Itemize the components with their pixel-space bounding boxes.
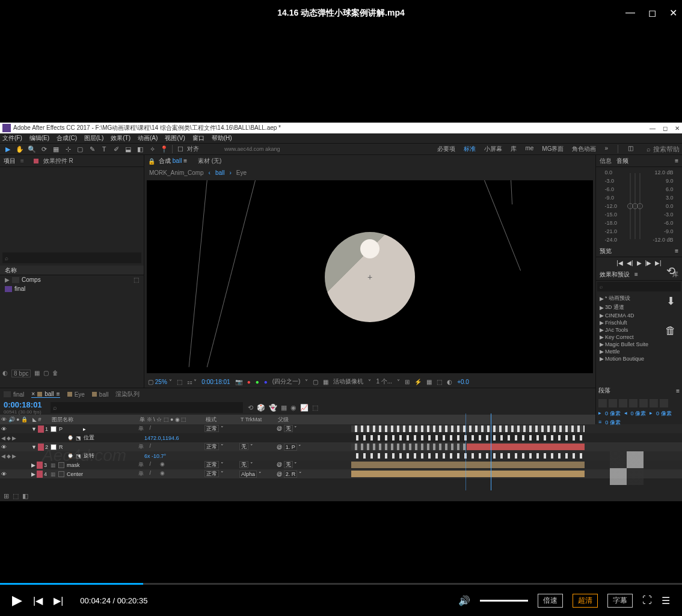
tl-tab-final[interactable]: final (4, 391, 24, 398)
exposure-value[interactable]: +0.0 (457, 379, 469, 385)
maximize-icon[interactable]: ◻ (648, 7, 656, 19)
effect-category[interactable]: ▶ Mettle (597, 348, 681, 355)
bpc-btn[interactable]: 8 bpc (11, 370, 31, 377)
panel-menu-icon[interactable]: ≡ (675, 157, 678, 164)
stopwatch-icon[interactable]: ⌚ (67, 435, 73, 441)
panel-menu-icon[interactable]: ≡ (675, 248, 678, 254)
info-tab[interactable]: 信息 (600, 157, 612, 165)
new-comp-icon[interactable]: ▢ (43, 370, 49, 377)
project-item-final[interactable]: final (0, 284, 144, 293)
fullscreen-icon[interactable]: ⛶ (642, 595, 652, 606)
transfer-controls-icon[interactable]: ⬚ (13, 492, 19, 500)
effect-category[interactable]: ▶ Magic Bullet Suite (597, 341, 681, 348)
menu-window[interactable]: 窗口 (192, 134, 204, 142)
add-key-icon[interactable]: ◆ (7, 453, 11, 459)
close-icon[interactable]: ✕ (669, 7, 677, 19)
grid-icon[interactable]: ⚏ ˅ (187, 379, 197, 385)
layer-bar[interactable] (467, 444, 585, 450)
ws-me[interactable]: me (525, 145, 533, 153)
delete-icon[interactable]: 🗑 (665, 325, 676, 337)
ws-small[interactable]: 小屏幕 (484, 145, 502, 153)
prev-key-icon[interactable]: ◀ (1, 453, 5, 459)
menu-layer[interactable]: 图层(L) (84, 134, 103, 142)
align-center-icon[interactable] (609, 399, 617, 407)
mode-dropdown[interactable]: 正常 (204, 425, 219, 432)
ws-essentials[interactable]: 必要项 (437, 145, 455, 153)
shape-tool-icon[interactable]: ▢ (75, 144, 85, 154)
mode-dropdown[interactable]: 正常 (204, 470, 219, 477)
parent-dropdown[interactable]: 1. P (284, 444, 297, 451)
expand-icon[interactable]: ▼ (31, 426, 37, 432)
mode-dropdown[interactable]: 正常 (204, 443, 219, 450)
ae-minimize-icon[interactable]: — (650, 125, 656, 132)
graph-editor-icon[interactable]: 📈 (300, 404, 309, 412)
ws-standard[interactable]: 标准 (464, 145, 476, 153)
menu-help[interactable]: 帮助(H) (212, 134, 232, 142)
play-button[interactable]: ▶ (12, 593, 22, 608)
page-icon[interactable]: ⬚ (177, 379, 182, 385)
menu-file[interactable]: 文件(F) (2, 134, 22, 142)
keyframe-track[interactable] (351, 453, 585, 459)
align-left-icon[interactable] (598, 399, 607, 407)
prev-button[interactable]: |◀ (33, 595, 43, 606)
audio-tab[interactable]: 音频 (616, 157, 628, 165)
trash-icon[interactable]: 🗑 (52, 370, 58, 377)
volume-icon[interactable]: 🔊 (458, 595, 470, 606)
snap-checkbox[interactable]: ☐ (175, 144, 186, 154)
rotation-value[interactable]: 6x -10.7° (140, 453, 166, 459)
meter-knob[interactable] (637, 203, 643, 209)
add-key-icon[interactable]: ◆ (7, 435, 11, 441)
pickwhip-icon[interactable]: @ (277, 425, 282, 432)
bc-item[interactable]: MORK_Anim_Comp (149, 169, 204, 176)
playlist-icon[interactable]: ☰ (662, 595, 670, 606)
speed-button[interactable]: 倍速 (538, 594, 563, 608)
roi-icon[interactable]: ▢ (313, 379, 318, 385)
expand-icon[interactable]: ▼ (31, 444, 37, 450)
eye-icon[interactable]: 👁 (1, 444, 7, 450)
eye-icon[interactable]: 👁 (1, 426, 7, 432)
paragraph-tab[interactable]: 段落 (598, 386, 610, 395)
justify-all-icon[interactable] (660, 399, 668, 407)
fast-preview-icon[interactable]: ⚡ (414, 379, 422, 385)
resolution-dropdown[interactable]: (四分之一) (272, 377, 301, 386)
justify-right-icon[interactable] (650, 399, 658, 407)
hand-tool-icon[interactable]: ✋ (14, 144, 25, 154)
play-icon[interactable]: ▶ (637, 260, 642, 266)
audio-col-icon[interactable]: 🔊 (8, 416, 15, 422)
expand-icon[interactable]: ▶ (31, 462, 35, 468)
col-mode[interactable]: 模式 (206, 416, 241, 424)
camera-dropdown[interactable]: 活动摄像机 (333, 377, 363, 386)
roto-tool-icon[interactable]: ✧ (147, 144, 158, 154)
menu-edit[interactable]: 编辑(E) (29, 134, 49, 142)
minimize-icon[interactable]: — (625, 7, 635, 19)
trkmat-dropdown[interactable]: 无 (239, 443, 248, 450)
share-icon[interactable]: ⟲ (666, 264, 675, 278)
anchor-tool-icon[interactable]: ⊹ (63, 144, 73, 154)
project-item-comps[interactable]: ▶ Comps ⬚ (0, 275, 144, 284)
eye-col-icon[interactable]: 👁 (1, 416, 7, 422)
zoom-dropdown[interactable]: ▢ 25% ˅ (148, 379, 172, 385)
col-source[interactable]: 图层名称 (49, 416, 140, 424)
layer-name[interactable]: P (59, 426, 63, 432)
search-help[interactable]: ⌕ 搜索帮助 (647, 145, 680, 154)
download-icon[interactable]: ⬇ (666, 294, 675, 308)
effect-category[interactable]: ▶ Motion Boutique (597, 355, 681, 362)
prev-frame-icon[interactable]: ◀| (627, 260, 633, 266)
subtitle-button[interactable]: 字幕 (607, 594, 633, 608)
bc-item-active[interactable]: ball (215, 169, 225, 176)
project-tab[interactable]: 项目 (4, 157, 16, 165)
trkmat-dropdown[interactable]: Alpha (239, 471, 257, 478)
effects-tab[interactable]: 效果和预设 (600, 270, 630, 279)
effect-controls-tab[interactable]: 效果控件 R (43, 157, 73, 165)
timecode-display[interactable]: 0:00:18:01 (201, 379, 230, 385)
tl-tab-eye[interactable]: Eye (67, 391, 85, 398)
views-dropdown[interactable]: 1 个... (376, 377, 392, 386)
menu-comp[interactable]: 合成(C) (57, 134, 77, 142)
draft3d-icon[interactable]: 🎲 (257, 404, 265, 412)
ws-library[interactable]: 库 (511, 145, 517, 153)
position-value[interactable]: 1472.0,1194.6 (140, 435, 179, 441)
next-button[interactable]: ▶| (54, 595, 63, 606)
next-key-icon[interactable]: ▶ (12, 435, 16, 441)
prev-key-icon[interactable]: ◀ (1, 435, 5, 441)
quality-button[interactable]: 超清 (573, 594, 598, 608)
